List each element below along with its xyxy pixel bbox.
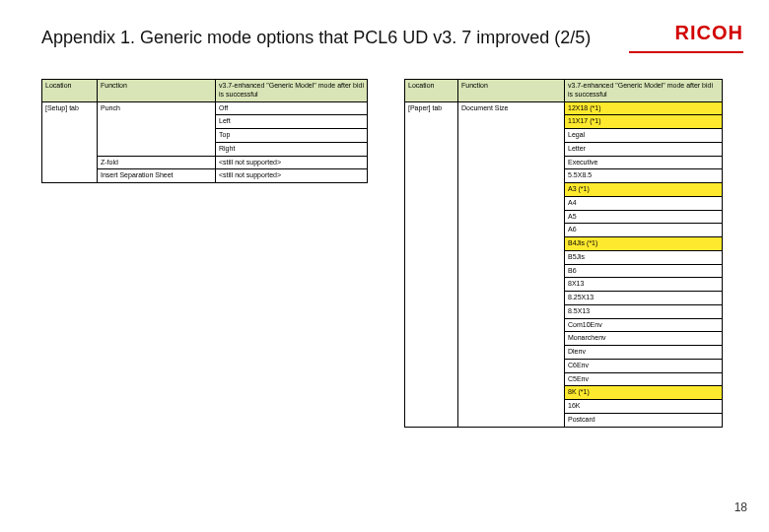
cell-function: Insert Separation Sheet xyxy=(98,169,216,183)
page-title: Appendix 1. Generic mode options that PC… xyxy=(41,28,591,48)
cell-mode: 12X18 (*1) xyxy=(565,101,723,115)
cell-mode: 11X17 (*1) xyxy=(565,115,723,129)
cell-function: Document Size xyxy=(458,101,565,427)
cell-mode: 8K (*1) xyxy=(565,386,723,400)
cell-mode: A4 xyxy=(565,196,723,210)
cell-mode: C6Env xyxy=(565,359,723,372)
cell-mode: <still not supported> xyxy=(216,156,368,169)
col-function: Function xyxy=(98,80,216,102)
ricoh-logo: RICOH xyxy=(675,22,743,44)
cell-mode: Executive xyxy=(565,156,723,169)
cell-function: Punch xyxy=(98,101,216,156)
col-location: Location xyxy=(42,80,98,102)
table-header-row: Location Function v3.7-enhanced "Generic… xyxy=(405,80,723,102)
cell-mode: A6 xyxy=(565,224,723,237)
cell-mode: Off xyxy=(216,101,368,115)
cell-function: Z-fold xyxy=(98,156,216,169)
cell-location: [Setup] tab xyxy=(42,101,98,183)
cell-mode: Top xyxy=(216,129,368,143)
col-location: Location xyxy=(405,80,458,102)
cell-mode: Left xyxy=(216,115,368,129)
cell-mode: Right xyxy=(216,142,368,156)
cell-mode: Com10Env xyxy=(565,318,723,332)
cell-mode: B5Jis xyxy=(565,250,723,264)
col-mode: v3.7-enhanced "Generic Model" mode after… xyxy=(565,80,723,102)
cell-mode: A5 xyxy=(565,210,723,224)
cell-mode: 8.5X13 xyxy=(565,304,723,318)
table-header-row: Location Function v3.7-enhanced "Generic… xyxy=(42,80,368,102)
cell-mode: Monarchenv xyxy=(565,332,723,346)
col-mode: v3.7-enhanced "Generic Model" mode after… xyxy=(216,80,368,102)
cell-mode: 8.25X13 xyxy=(565,292,723,305)
cell-mode: 16K xyxy=(565,400,723,414)
table-row: [Paper] tabDocument Size12X18 (*1) xyxy=(405,101,723,115)
logo-underline xyxy=(629,51,743,53)
cell-mode: A3 (*1) xyxy=(565,183,723,197)
table-row: [Setup] tab Punch Off xyxy=(42,101,368,115)
cell-mode: <still not supported> xyxy=(216,169,368,183)
left-options-table: Location Function v3.7-enhanced "Generic… xyxy=(41,79,368,183)
cell-mode: Postcard xyxy=(565,413,723,427)
page-number: 18 xyxy=(734,500,747,514)
cell-mode: 8X13 xyxy=(565,278,723,292)
cell-mode: C5Env xyxy=(565,372,723,386)
cell-mode: Letter xyxy=(565,142,723,156)
col-function: Function xyxy=(458,80,565,102)
cell-mode: B4Jis (*1) xyxy=(565,237,723,251)
right-options-table: Location Function v3.7-enhanced "Generic… xyxy=(404,79,723,428)
cell-location: [Paper] tab xyxy=(405,101,458,427)
cell-mode: Dlenv xyxy=(565,346,723,360)
cell-mode: 5.5X8.5 xyxy=(565,169,723,183)
cell-mode: B6 xyxy=(565,264,723,278)
cell-mode: Legal xyxy=(565,129,723,143)
